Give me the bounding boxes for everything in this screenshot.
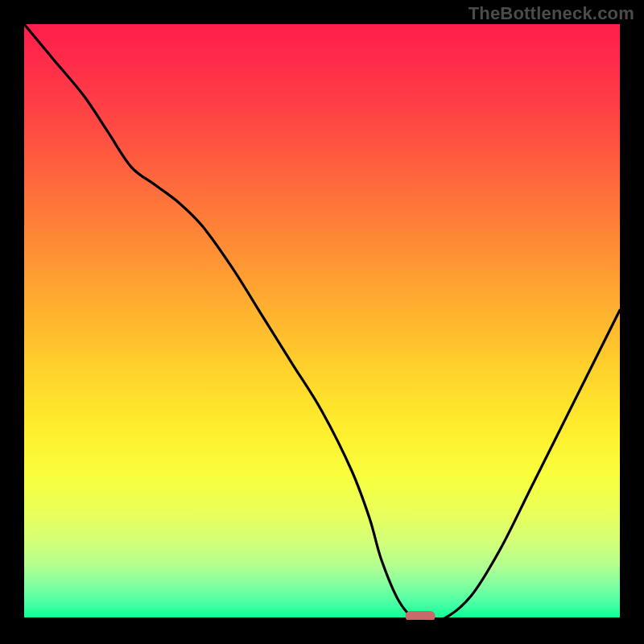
curve-layer [24, 24, 620, 620]
chart-frame: TheBottleneck.com [0, 0, 644, 644]
bottleneck-curve [24, 24, 620, 620]
watermark-text: TheBottleneck.com [469, 3, 634, 24]
optimum-marker [406, 611, 436, 620]
plot-area [24, 24, 620, 620]
